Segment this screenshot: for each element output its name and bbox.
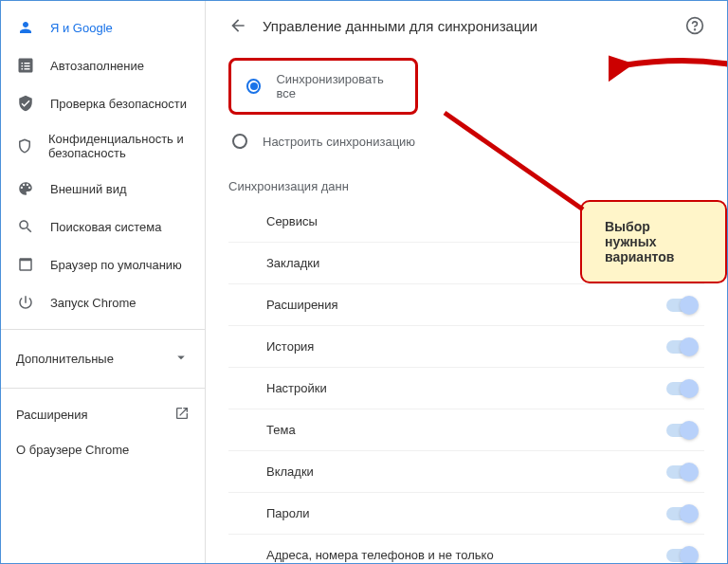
sidebar-item-default-browser[interactable]: Браузер по умолчанию	[1, 246, 205, 283]
sync-item-label: Настройки	[266, 381, 327, 395]
page-title: Управление данными для синхронизации	[263, 18, 685, 34]
sidebar-item-label: Автозаполнение	[50, 59, 144, 73]
radio-sync-custom[interactable]	[232, 134, 247, 149]
sidebar-item-appearance[interactable]: Внешний вид	[1, 170, 205, 208]
sidebar-item-label: Я и Google	[50, 21, 113, 35]
main-content: Управление данными для синхронизации Син…	[206, 1, 727, 563]
sync-item-settings: Настройки	[228, 368, 704, 409]
sidebar-extensions-label: Расширения	[16, 408, 88, 422]
sidebar-item-label: Поисковая система	[50, 220, 162, 234]
sidebar-item-label: Конфиденциальность и безопасность	[48, 132, 190, 160]
sync-item-label: Вкладки	[266, 464, 314, 479]
external-link-icon	[174, 406, 190, 424]
sidebar-extensions[interactable]: Расширения	[1, 396, 205, 433]
annotation-arrow-icon	[609, 46, 727, 84]
power-icon	[16, 293, 35, 312]
sidebar: Я и Google Автозаполнение Проверка безоп…	[1, 1, 206, 563]
safety-check-icon	[16, 94, 35, 113]
sync-item-label: Пароли	[266, 506, 310, 520]
page-header: Управление данными для синхронизации	[228, 16, 704, 35]
sync-item-label: Расширения	[266, 298, 338, 312]
chevron-down-icon	[173, 349, 190, 369]
autofill-icon	[16, 56, 35, 75]
svg-point-1	[695, 29, 696, 30]
sidebar-item-you-google[interactable]: Я и Google	[1, 9, 205, 46]
sidebar-item-privacy[interactable]: Конфиденциальность и безопасность	[1, 122, 205, 170]
sync-item-passwords: Пароли	[228, 493, 704, 535]
sidebar-item-label: Браузер по умолчанию	[50, 258, 182, 272]
sidebar-advanced[interactable]: Дополнительные	[1, 337, 205, 380]
sidebar-advanced-label: Дополнительные	[16, 352, 114, 366]
toggle-theme[interactable]	[666, 424, 697, 437]
sidebar-item-startup[interactable]: Запуск Chrome	[1, 283, 205, 321]
sidebar-item-autofill[interactable]: Автозаполнение	[1, 46, 205, 84]
radio-sync-all[interactable]	[246, 79, 261, 94]
sidebar-about-label: О браузере Chrome	[16, 443, 129, 457]
search-icon	[16, 217, 35, 236]
sidebar-about[interactable]: О браузере Chrome	[1, 433, 205, 466]
sidebar-item-label: Внешний вид	[50, 182, 127, 196]
sidebar-item-safety[interactable]: Проверка безопасности	[1, 84, 205, 122]
sync-item-label: Тема	[266, 423, 296, 437]
sync-item-label: Адреса, номера телефонов и не только	[266, 548, 494, 562]
toggle-passwords[interactable]	[666, 507, 697, 520]
browser-icon	[16, 255, 35, 274]
sync-item-tabs: Вкладки	[228, 451, 704, 493]
back-button[interactable]	[228, 16, 247, 35]
sync-item-label: История	[266, 339, 314, 354]
sync-all-option[interactable]: Синхронизировать все	[228, 58, 418, 115]
sidebar-item-label: Запуск Chrome	[50, 296, 136, 310]
help-button[interactable]	[685, 16, 704, 35]
sync-item-theme: Тема	[228, 409, 704, 451]
palette-icon	[16, 179, 35, 198]
toggle-tabs[interactable]	[666, 465, 697, 479]
sync-item-label: Сервисы	[266, 214, 318, 228]
toggle-addresses[interactable]	[666, 549, 697, 562]
sidebar-item-label: Проверка безопасности	[50, 97, 187, 111]
toggle-settings[interactable]	[666, 382, 697, 395]
sidebar-item-search[interactable]: Поисковая система	[1, 208, 205, 246]
shield-icon	[16, 136, 33, 155]
sync-custom-label: Настроить синхронизацию	[263, 135, 415, 149]
sync-item-label: Закладки	[266, 256, 319, 270]
sync-item-addresses: Адреса, номера телефонов и не только	[228, 535, 704, 563]
person-icon	[16, 18, 35, 37]
svg-line-2	[445, 113, 583, 209]
annotation-arrow-icon	[433, 105, 727, 352]
sync-all-label: Синхронизировать все	[276, 72, 400, 100]
